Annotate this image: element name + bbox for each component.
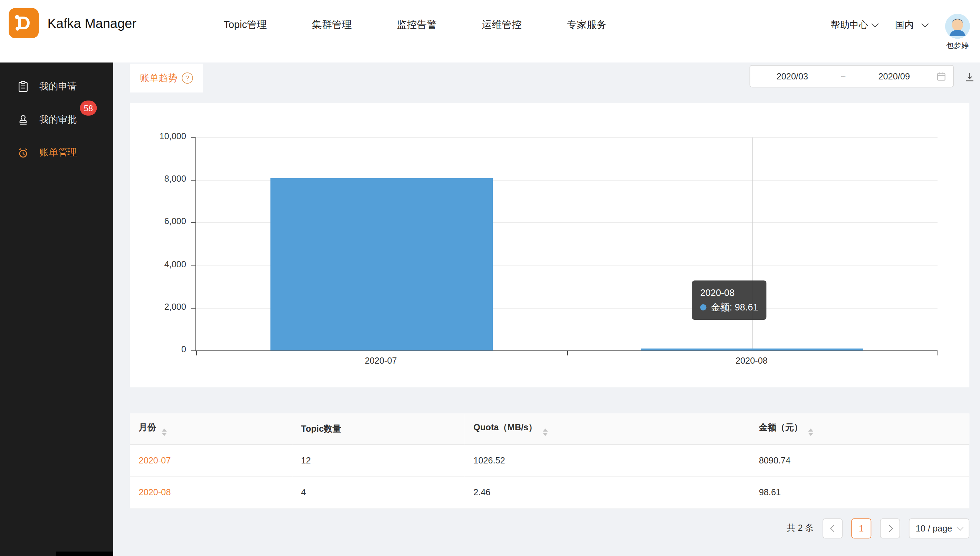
cell-quota: 2.46	[465, 476, 751, 508]
table-row: 2020-08 4 2.46 98.61	[130, 476, 969, 508]
page-size-select[interactable]: 10 / page	[909, 518, 969, 538]
download-icon	[964, 71, 975, 82]
col-topic-count-label: Topic数量	[301, 423, 341, 433]
prev-page-button[interactable]	[823, 518, 843, 538]
user-name: 包梦婷	[946, 41, 969, 52]
y-axis-tick-label: 4,000	[130, 259, 186, 269]
chart-plot-area	[195, 137, 938, 351]
y-axis-tick-label: 0	[130, 344, 186, 354]
y-axis-tick-label: 8,000	[130, 174, 186, 184]
user-menu[interactable]: 包梦婷	[945, 14, 970, 52]
table-header-row: 月份 Topic数量 Quota（MB/s） 金额（元）	[130, 414, 969, 444]
avatar[interactable]	[945, 14, 970, 39]
main-nav: Topic管理 集群管理 监控告警 运维管控 专家服务	[224, 15, 607, 35]
x-axis-tick	[567, 351, 567, 356]
app-logo[interactable]: D	[9, 8, 39, 38]
col-amount-label: 金额（元）	[759, 422, 803, 432]
help-center-label: 帮助中心	[831, 19, 869, 31]
sort-icon[interactable]	[543, 428, 548, 436]
y-axis: 02,0004,0006,0008,00010,000	[130, 103, 190, 387]
y-axis-tick-label: 2,000	[130, 301, 186, 312]
tab-label: 账单趋势	[140, 72, 178, 84]
y-axis-tick	[191, 351, 195, 351]
sidebar-item-label: 账单管理	[39, 147, 77, 158]
calendar-icon	[936, 71, 946, 81]
nav-monitor-alert[interactable]: 监控告警	[397, 18, 437, 31]
tooltip-title: 2020-08	[700, 286, 758, 300]
col-amount: 金额（元）	[750, 414, 969, 444]
help-question-icon[interactable]: ?	[182, 73, 193, 84]
bill-alarm-icon	[17, 146, 29, 159]
clipboard-icon	[17, 80, 29, 92]
y-axis-tick	[191, 223, 195, 223]
sidebar-item-my-approvals[interactable]: 我的审批 58	[0, 103, 113, 136]
date-end[interactable]: 2020/09	[852, 71, 936, 81]
chevron-down-icon	[872, 20, 878, 27]
date-range-picker[interactable]: 2020/03 ~ 2020/09	[750, 65, 954, 87]
pagination: 共 2 条 1 10 / page	[130, 518, 969, 538]
y-axis-tick	[191, 180, 195, 181]
bar-2020-07[interactable]	[270, 178, 493, 351]
bill-trend-chart: 02,0004,0006,0008,00010,000 2020-08 金额: …	[130, 103, 969, 387]
cell-topics: 4	[292, 476, 465, 508]
tooltip-value: 金额: 98.61	[710, 302, 758, 312]
x-axis-label: 2020-07	[343, 356, 418, 365]
sidebar: 我的申请 我的审批 58 账单管理	[0, 63, 113, 556]
y-axis-tick	[191, 137, 195, 138]
approvals-count-badge: 58	[80, 100, 97, 115]
logo-dot	[16, 27, 19, 31]
month-link[interactable]: 2020-07	[139, 456, 171, 465]
date-separator: ~	[835, 71, 852, 81]
sidebar-item-bill-management[interactable]: 账单管理	[0, 136, 113, 169]
stamp-icon	[17, 113, 29, 126]
app-title: Kafka Manager	[47, 16, 136, 31]
header-right: 帮助中心 国内 包梦婷	[831, 0, 970, 50]
tab-bill-trend[interactable]: 账单趋势 ?	[130, 63, 203, 92]
help-center-menu[interactable]: 帮助中心	[831, 19, 878, 31]
date-start[interactable]: 2020/03	[750, 71, 834, 81]
download-button[interactable]	[962, 70, 976, 84]
y-axis-tick-label: 6,000	[130, 217, 186, 226]
x-axis-label: 2020-08	[714, 356, 789, 365]
nav-cluster-management[interactable]: 集群管理	[312, 18, 352, 31]
sidebar-item-label: 我的申请	[39, 81, 77, 92]
bill-table: 月份 Topic数量 Quota（MB/s） 金额（元）	[130, 414, 969, 508]
chart-gridline	[196, 137, 938, 138]
y-axis-tick	[191, 265, 195, 266]
app-viewport: D Kafka Manager Topic管理 集群管理 监控告警 运维管控 专…	[0, 0, 980, 556]
nav-topic-management[interactable]: Topic管理	[224, 18, 267, 31]
x-axis-tick	[938, 351, 938, 356]
x-axis-tick	[196, 351, 197, 356]
chevron-down-icon	[922, 20, 928, 27]
col-quota-label: Quota（MB/s）	[473, 422, 537, 432]
chart-tooltip: 2020-08 金额: 98.61	[692, 280, 766, 320]
sort-icon[interactable]	[808, 428, 813, 436]
y-axis-tick	[191, 308, 195, 309]
table-row: 2020-07 12 1026.52 8090.74	[130, 444, 969, 476]
col-quota: Quota（MB/s）	[465, 414, 751, 444]
logo-dot	[15, 15, 19, 19]
page-1-button[interactable]: 1	[851, 518, 871, 538]
cell-topics: 12	[292, 444, 465, 476]
cell-amount: 98.61	[750, 476, 969, 508]
sort-icon[interactable]	[161, 428, 166, 436]
nav-ops-control[interactable]: 运维管控	[482, 18, 522, 31]
bar-2020-08[interactable]	[641, 348, 863, 351]
tooltip-value-row: 金额: 98.61	[700, 300, 758, 315]
chevron-down-icon	[957, 525, 964, 531]
y-axis-tick-label: 10,000	[130, 131, 186, 141]
month-link[interactable]: 2020-08	[139, 487, 171, 497]
sidebar-item-label: 我的审批	[39, 114, 77, 125]
app-header: D Kafka Manager Topic管理 集群管理 监控告警 运维管控 专…	[0, 0, 980, 63]
next-page-button[interactable]	[880, 518, 900, 538]
nav-expert-service[interactable]: 专家服务	[567, 18, 607, 31]
region-label: 国内	[895, 19, 914, 31]
main-content: 账单趋势 ? 2020/03 ~ 2020/09 02,0004,0006,00…	[113, 63, 980, 556]
region-menu[interactable]: 国内	[895, 19, 928, 31]
total-count-label: 共 2 条	[786, 523, 814, 534]
bill-table-grid: 月份 Topic数量 Quota（MB/s） 金额（元）	[130, 414, 969, 508]
sidebar-collapse-strip[interactable]	[56, 551, 113, 556]
avatar-image	[945, 14, 970, 39]
page-size-value: 10 / page	[916, 524, 953, 533]
sidebar-item-my-applications[interactable]: 我的申请	[0, 70, 113, 103]
